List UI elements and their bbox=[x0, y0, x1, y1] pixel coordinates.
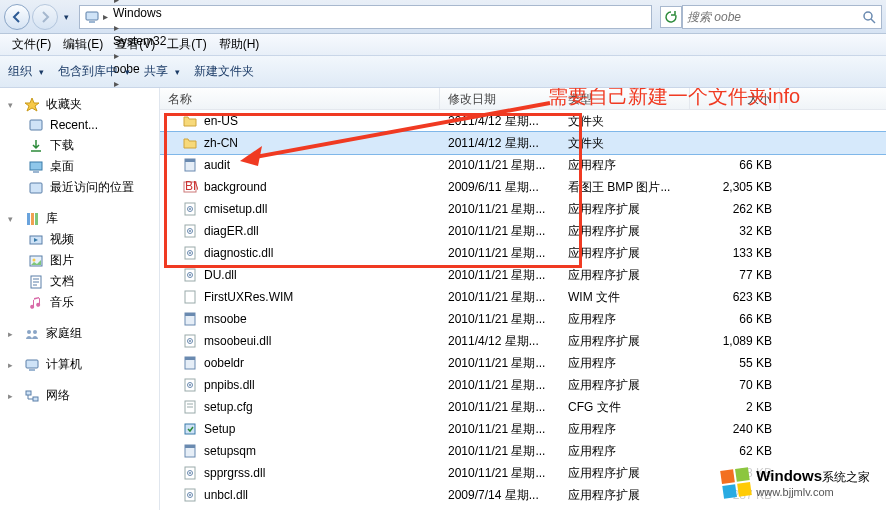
sidebar-item[interactable]: 音乐 bbox=[0, 292, 159, 313]
sidebar-item[interactable]: 下载 bbox=[0, 135, 159, 156]
file-row[interactable]: setup.cfg2010/11/21 星期...CFG 文件2 KB bbox=[160, 396, 886, 418]
file-row[interactable]: oobeldr2010/11/21 星期...应用程序55 KB bbox=[160, 352, 886, 374]
cfg-icon bbox=[182, 399, 198, 415]
svg-point-29 bbox=[189, 230, 191, 232]
chevron-right-icon[interactable]: ▸ bbox=[111, 0, 122, 5]
svg-rect-9 bbox=[35, 213, 38, 225]
folder-icon bbox=[182, 135, 198, 151]
file-name: oobeldr bbox=[204, 356, 244, 370]
file-name: diagnostic.dll bbox=[204, 246, 273, 260]
sidebar-label: 库 bbox=[46, 210, 58, 227]
nav-back-button[interactable] bbox=[4, 4, 30, 30]
svg-rect-36 bbox=[185, 291, 195, 303]
file-type: 应用程序扩展 bbox=[560, 331, 690, 352]
sidebar-item-label: Recent... bbox=[50, 118, 98, 132]
column-name[interactable]: 名称 bbox=[160, 88, 440, 109]
file-row[interactable]: pnpibs.dll2010/11/21 星期...应用程序扩展70 KB bbox=[160, 374, 886, 396]
file-row[interactable]: audit2010/11/21 星期...应用程序66 KB bbox=[160, 154, 886, 176]
include-in-library-button[interactable]: 包含到库中 bbox=[58, 63, 130, 80]
file-name: background bbox=[204, 180, 267, 194]
nav-history-dropdown[interactable]: ▾ bbox=[64, 12, 69, 22]
file-date: 2010/11/21 星期... bbox=[440, 463, 560, 484]
sidebar-favorites[interactable]: ▾收藏夹 bbox=[0, 94, 159, 115]
sidebar-item-label: 文档 bbox=[50, 273, 74, 290]
file-size bbox=[690, 119, 780, 123]
file-type: 应用程序扩展 bbox=[560, 199, 690, 220]
menu-item[interactable]: 文件(F) bbox=[6, 34, 57, 55]
sidebar-item-label: 音乐 bbox=[50, 294, 74, 311]
sidebar-item-label: 最近访问的位置 bbox=[50, 179, 134, 196]
file-type: 应用程序 bbox=[560, 309, 690, 330]
svg-rect-18 bbox=[26, 391, 31, 395]
menu-item[interactable]: 查看(V) bbox=[109, 34, 161, 55]
file-type: CFG 文件 bbox=[560, 397, 690, 418]
search-box[interactable] bbox=[682, 5, 882, 29]
menu-item[interactable]: 编辑(E) bbox=[57, 34, 109, 55]
svg-point-56 bbox=[189, 494, 191, 496]
search-input[interactable] bbox=[687, 10, 861, 24]
sidebar-item[interactable]: 视频 bbox=[0, 229, 159, 250]
svg-rect-8 bbox=[31, 213, 34, 225]
sidebar-item[interactable]: 最近访问的位置 bbox=[0, 177, 159, 198]
new-folder-button[interactable]: 新建文件夹 bbox=[194, 63, 254, 80]
breadcrumb[interactable]: ▸ 计算机▸系统 (C:)▸Windows▸System32▸oobe▸ bbox=[79, 5, 652, 29]
column-type[interactable]: 类型 bbox=[560, 88, 690, 109]
file-row[interactable]: zh-CN2011/4/12 星期...文件夹 bbox=[160, 132, 886, 154]
file-row[interactable]: DU.dll2010/11/21 星期...应用程序扩展77 KB bbox=[160, 264, 886, 286]
sidebar-homegroup[interactable]: ▸家庭组 bbox=[0, 323, 159, 344]
file-type: WIM 文件 bbox=[560, 287, 690, 308]
file-row[interactable]: diagER.dll2010/11/21 星期...应用程序扩展32 KB bbox=[160, 220, 886, 242]
sidebar-label: 计算机 bbox=[46, 356, 82, 373]
column-date[interactable]: 修改日期 bbox=[440, 88, 560, 109]
sidebar-item[interactable]: 图片 bbox=[0, 250, 159, 271]
svg-rect-1 bbox=[89, 21, 95, 23]
chevron-right-icon[interactable]: ▸ bbox=[100, 11, 111, 22]
svg-point-12 bbox=[33, 258, 36, 261]
file-type: 应用程序 bbox=[560, 353, 690, 374]
watermark-brand: Windows bbox=[756, 467, 822, 484]
sidebar-item-label: 图片 bbox=[50, 252, 74, 269]
file-row[interactable]: msoobeui.dll2011/4/12 星期...应用程序扩展1,089 K… bbox=[160, 330, 886, 352]
file-row[interactable]: BMPbackground2009/6/11 星期...看图王 BMP 图片..… bbox=[160, 176, 886, 198]
file-name: zh-CN bbox=[204, 136, 238, 150]
menu-item[interactable]: 工具(T) bbox=[161, 34, 212, 55]
sidebar-item[interactable]: 桌面 bbox=[0, 156, 159, 177]
breadcrumb-segment[interactable]: Windows bbox=[111, 6, 168, 20]
dll-icon bbox=[182, 201, 198, 217]
desktop-icon bbox=[28, 159, 44, 175]
file-type: 应用程序 bbox=[560, 155, 690, 176]
file-type: 文件夹 bbox=[560, 133, 690, 154]
file-name: unbcl.dll bbox=[204, 488, 248, 502]
file-row[interactable]: setupsqm2010/11/21 星期...应用程序62 KB bbox=[160, 440, 886, 462]
file-size: 55 KB bbox=[690, 354, 780, 372]
sidebar-network[interactable]: ▸网络 bbox=[0, 385, 159, 406]
file-row[interactable]: Setup2010/11/21 星期...应用程序240 KB bbox=[160, 418, 886, 440]
share-button[interactable]: 共享 bbox=[144, 63, 180, 80]
sidebar-libraries[interactable]: ▾库 bbox=[0, 208, 159, 229]
file-row[interactable]: cmisetup.dll2010/11/21 星期...应用程序扩展262 KB bbox=[160, 198, 886, 220]
file-row[interactable]: msoobe2010/11/21 星期...应用程序66 KB bbox=[160, 308, 886, 330]
recent-icon bbox=[28, 180, 44, 196]
file-row[interactable]: en-US2011/4/12 星期...文件夹 bbox=[160, 110, 886, 132]
column-size[interactable]: 大小 bbox=[690, 88, 780, 109]
sidebar-item-label: 下载 bbox=[50, 137, 74, 154]
file-row[interactable]: FirstUXRes.WIM2010/11/21 星期...WIM 文件623 … bbox=[160, 286, 886, 308]
dll-icon bbox=[182, 245, 198, 261]
file-size: 623 KB bbox=[690, 288, 780, 306]
sidebar-computer[interactable]: ▸计算机 bbox=[0, 354, 159, 375]
nav-forward-button[interactable] bbox=[32, 4, 58, 30]
svg-rect-43 bbox=[185, 357, 195, 360]
expand-icon: ▾ bbox=[8, 100, 18, 110]
sidebar-item[interactable]: 文档 bbox=[0, 271, 159, 292]
dll-icon bbox=[182, 223, 198, 239]
refresh-button[interactable] bbox=[660, 6, 682, 28]
svg-rect-3 bbox=[30, 120, 42, 130]
dll-icon bbox=[182, 465, 198, 481]
svg-rect-38 bbox=[185, 313, 195, 316]
svg-rect-50 bbox=[185, 445, 195, 448]
menu-item[interactable]: 帮助(H) bbox=[213, 34, 266, 55]
sidebar-item[interactable]: Recent... bbox=[0, 115, 159, 135]
organize-button[interactable]: 组织 bbox=[8, 63, 44, 80]
chevron-right-icon[interactable]: ▸ bbox=[111, 22, 122, 33]
file-row[interactable]: diagnostic.dll2010/11/21 星期...应用程序扩展133 … bbox=[160, 242, 886, 264]
